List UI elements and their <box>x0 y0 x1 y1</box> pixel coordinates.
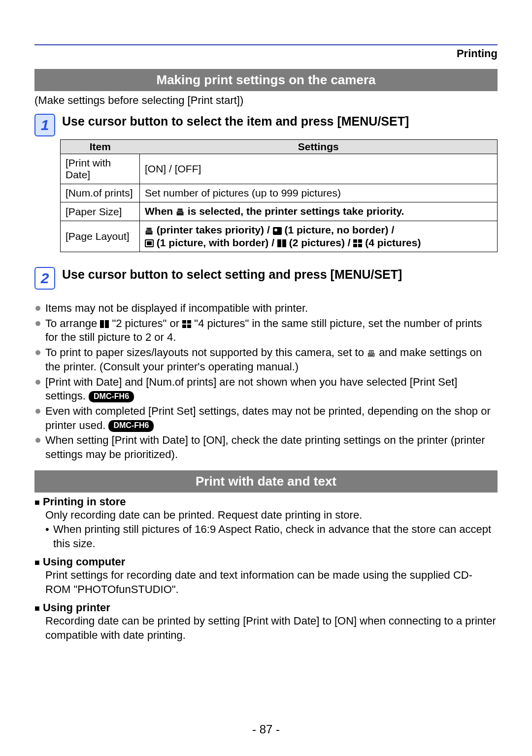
list-item: When printing still pictures of 16:9 Asp… <box>45 523 498 551</box>
th-item: Item <box>61 140 140 154</box>
using-computer-block: Using computer Print settings for record… <box>34 556 498 596</box>
table-row: [Page Layout] (printer takes priority) /… <box>61 221 498 252</box>
item-paper-size: [Paper Size] <box>61 202 140 221</box>
model-badge: DMC-FH6 <box>89 391 134 403</box>
one-picture-border-icon <box>145 239 154 247</box>
step-number-2: 2 <box>34 267 55 290</box>
item-num-of-prints: [Num.of prints] <box>61 184 140 202</box>
settings-page-layout: (printer takes priority) / (1 picture, n… <box>140 221 498 252</box>
header-divider <box>34 44 498 45</box>
step-1: 1 Use cursor button to select the item a… <box>34 114 498 136</box>
paper-size-pre: When <box>145 205 176 217</box>
list-item: When setting [Print with Date] to [ON], … <box>34 433 498 461</box>
four-pictures-icon <box>182 320 191 328</box>
th-settings: Settings <box>140 140 498 154</box>
using-computer-text: Print settings for recording date and te… <box>45 568 498 596</box>
using-printer-head: Using printer <box>34 601 498 614</box>
using-printer-block: Using printer Recording date can be prin… <box>34 601 498 642</box>
table-header-row: Item Settings <box>61 140 498 154</box>
layout-printer-priority: (printer takes priority) / <box>154 224 273 235</box>
page: Printing Making print settings on the ca… <box>0 0 532 756</box>
intro-text: (Make settings before selecting [Print s… <box>34 94 498 107</box>
step-2: 2 Use cursor button to select setting an… <box>34 267 498 290</box>
list-item: To arrange "2 pictures" or "4 pictures" … <box>34 317 498 345</box>
four-pictures-icon <box>353 239 362 247</box>
layout-1pic-noborder: (1 picture, no border) / <box>282 224 395 235</box>
model-badge: DMC-FH6 <box>108 420 154 432</box>
table-row: [Num.of prints] Set number of pictures (… <box>61 184 498 202</box>
list-item: [Print with Date] and [Num.of prints] ar… <box>34 375 498 403</box>
list-item: To print to paper sizes/layouts not supp… <box>34 346 498 374</box>
section-title-2: Print with date and text <box>34 470 498 493</box>
two-pictures-icon <box>277 239 286 247</box>
section-title-1: Making print settings on the camera <box>34 69 498 91</box>
notes-list: Items may not be displayed if incompatib… <box>34 301 498 461</box>
printing-in-store-block: Printing in store Only recording date ca… <box>34 495 498 551</box>
step-number-1: 1 <box>34 114 55 136</box>
step-2-title: Use cursor button to select setting and … <box>62 267 402 282</box>
using-printer-text: Recording date can be printed by setting… <box>45 614 498 642</box>
table-row: [Paper Size] When is selected, the print… <box>61 202 498 221</box>
printing-in-store-head: Printing in store <box>34 495 498 508</box>
settings-print-with-date: [ON] / [OFF] <box>140 154 498 184</box>
list-item: Even with completed [Print Set] settings… <box>34 404 498 432</box>
table-row: [Print with Date] [ON] / [OFF] <box>61 154 498 184</box>
layout-4pic: (4 pictures) <box>362 237 421 248</box>
item-page-layout: [Page Layout] <box>61 221 140 252</box>
page-number: - 87 - <box>0 723 532 736</box>
printer-icon <box>145 225 154 237</box>
two-pictures-icon <box>100 320 109 328</box>
b2-mid: "2 pictures" or <box>109 317 182 329</box>
one-picture-icon <box>273 227 282 235</box>
settings-num-of-prints: Set number of pictures (up to 999 pictur… <box>140 184 498 202</box>
printer-icon <box>367 346 376 361</box>
printing-in-store-sublist: When printing still pictures of 16:9 Asp… <box>45 523 498 551</box>
printing-in-store-text: Only recording date can be printed. Requ… <box>45 508 498 523</box>
b2-pre: To arrange <box>45 317 100 329</box>
b3-pre: To print to paper sizes/layouts not supp… <box>45 346 367 359</box>
item-print-with-date: [Print with Date] <box>61 154 140 184</box>
page-category: Printing <box>34 47 498 60</box>
list-item: Items may not be displayed if incompatib… <box>34 301 498 316</box>
paper-size-post: is selected, the printer settings take p… <box>185 205 404 217</box>
printer-icon <box>176 206 185 218</box>
step-1-title: Use cursor button to select the item and… <box>62 114 409 129</box>
layout-1pic-border: (1 picture, with border) / <box>154 237 277 248</box>
settings-paper-size: When is selected, the printer settings t… <box>140 202 498 221</box>
settings-table: Item Settings [Print with Date] [ON] / [… <box>60 139 498 252</box>
layout-2pic: (2 pictures) / <box>286 237 354 248</box>
using-computer-head: Using computer <box>34 556 498 568</box>
